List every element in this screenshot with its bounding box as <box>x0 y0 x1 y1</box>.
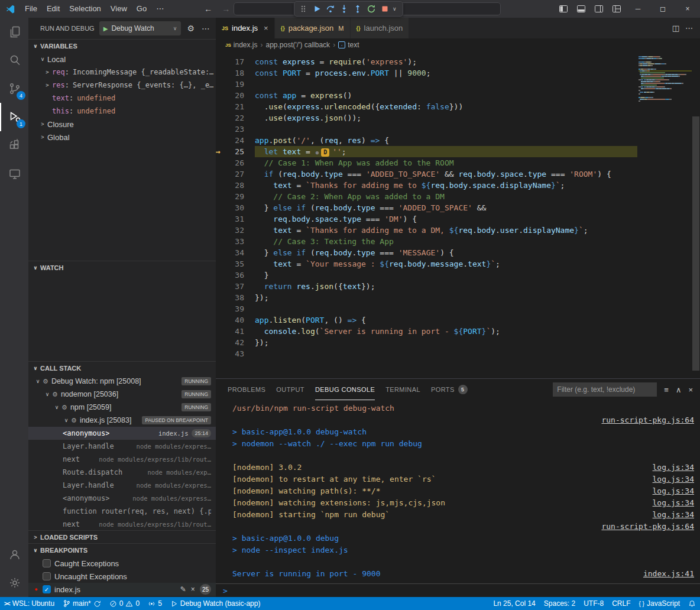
call-stack-header[interactable]: ∨ CALL STACK <box>28 362 216 375</box>
statusbar-eol[interactable]: CRLF <box>608 597 634 610</box>
line-number[interactable]: 39 <box>226 303 244 314</box>
line-number[interactable]: 21 <box>226 101 244 112</box>
source-location-link[interactable]: log.js:34 <box>653 473 694 485</box>
source-location-link[interactable]: log.js:34 <box>653 485 694 497</box>
activity-run-and-debug[interactable]: 1 <box>0 103 28 131</box>
source-location-link[interactable]: log.js:34 <box>653 509 694 521</box>
code-line-31[interactable]: 31 req.body.space.type === 'DM') { <box>216 213 700 225</box>
line-number[interactable]: 43 <box>226 348 244 359</box>
code-line-32[interactable]: 32 text = `Thanks for adding me to a DM,… <box>216 225 700 236</box>
line-number[interactable]: 17 <box>226 56 244 67</box>
console-filter-icon[interactable]: ≡ <box>664 385 669 394</box>
code-line-43[interactable]: 43 <box>216 348 700 359</box>
edit-breakpoint-icon[interactable]: ✎ <box>180 585 186 593</box>
toggle-panel-icon[interactable] <box>572 0 590 18</box>
code-line-30[interactable]: 30 } else if (req.body.type === 'ADDED_T… <box>216 202 700 213</box>
code-line-34[interactable]: 34 } else if (req.body.type === 'MESSAGE… <box>216 247 700 258</box>
code-editor[interactable]: 17const express = require('express');18c… <box>216 51 700 378</box>
line-number[interactable]: 19 <box>226 79 244 90</box>
nav-forward-icon[interactable]: → <box>222 4 230 14</box>
panel-tab-debug-console[interactable]: DEBUG CONSOLE <box>315 379 375 400</box>
source-location-link[interactable]: run-script-pkg.js:64 <box>601 521 694 533</box>
code-line-22[interactable]: 22 .use(express.json()); <box>216 112 700 124</box>
breakpoint-row[interactable]: Caught Exceptions <box>28 557 216 570</box>
tab-index.js[interactable]: JSindex.js× <box>216 18 275 38</box>
breakpoint-row[interactable]: Uncaught Exceptions <box>28 570 216 583</box>
breakpoint-checkbox[interactable] <box>43 572 51 580</box>
panel-maximize-icon[interactable]: ∧ <box>676 385 682 394</box>
statusbar-remote[interactable]: >< WSL: Ubuntu <box>0 597 59 610</box>
breakpoint-checkbox[interactable]: ✓ <box>43 585 51 593</box>
editor-more-actions-icon[interactable]: ⋯ <box>685 24 693 33</box>
code-line-20[interactable]: 20const app = express() <box>216 90 700 101</box>
toggle-sidebar-icon[interactable] <box>555 0 572 18</box>
activity-extensions[interactable] <box>0 131 28 160</box>
source-location-link[interactable]: log.js:34 <box>653 462 694 473</box>
start-debug-icon[interactable]: ▶ <box>103 25 108 32</box>
debug-stop-dropdown-icon[interactable]: ∨ <box>393 6 400 12</box>
window-minimize-button[interactable]: ─ <box>626 0 650 18</box>
variables-scope-local[interactable]: ∨Local <box>28 53 216 66</box>
debug-continue-button[interactable] <box>311 3 323 15</box>
source-location-link[interactable]: log.js:34 <box>653 497 694 509</box>
statusbar-branch[interactable]: main* <box>59 597 105 610</box>
line-number[interactable]: 26 <box>226 157 244 168</box>
statusbar-language[interactable]: { } JavaScript <box>635 597 685 610</box>
line-number[interactable]: 18 <box>226 67 244 79</box>
code-line-41[interactable]: 41 console.log(`Server is running in por… <box>216 326 700 337</box>
line-number[interactable]: 24 <box>226 135 244 146</box>
code-line-37[interactable]: 37 return res.json({text}); <box>216 281 700 292</box>
activity-search[interactable] <box>0 46 28 74</box>
line-number[interactable]: 22 <box>226 112 244 124</box>
line-number[interactable]: 30 <box>226 202 244 213</box>
variable-row[interactable]: >res:ServerResponse {_events: {…}, _ev… <box>28 79 216 92</box>
breadcrumb-item[interactable]: ◦text <box>338 41 359 49</box>
code-line-18[interactable]: 18const PORT = process.env.PORT || 9000; <box>216 67 700 79</box>
code-line-24[interactable]: 24app.post('/', (req, res) => { <box>216 135 700 146</box>
customize-layout-icon[interactable] <box>608 0 626 18</box>
activity-accounts[interactable] <box>0 540 28 569</box>
scrollbar-thumb[interactable] <box>692 116 699 371</box>
panel-tab-output[interactable]: OUTPUT <box>276 379 304 400</box>
debug-session-row[interactable]: ∨⚙npm [25059]RUNNING <box>28 401 216 414</box>
variable-row[interactable]: >req:IncomingMessage {_readableState: … <box>28 66 216 79</box>
editor-scrollbar[interactable] <box>692 51 700 378</box>
statusbar-problems[interactable]: 0 0 <box>105 597 144 610</box>
code-line-38[interactable]: 38}); <box>216 292 700 303</box>
line-number[interactable]: 34 <box>226 247 244 258</box>
code-line-29[interactable]: 29 // Case 2: When App was added to a DM <box>216 191 700 202</box>
debug-restart-button[interactable] <box>365 3 377 15</box>
line-number[interactable]: 35 <box>226 258 244 270</box>
panel-tab-ports[interactable]: PORTS5 <box>431 379 468 400</box>
panel-tab-terminal[interactable]: TERMINAL <box>385 379 420 400</box>
code-line-27[interactable]: 27 if (req.body.type === 'ADDED_TO_SPACE… <box>216 168 700 180</box>
line-number[interactable]: 37 <box>226 281 244 292</box>
line-number[interactable]: 25 <box>226 146 244 157</box>
stack-frame-row[interactable]: nextnode_modules/express/lib/rout… <box>28 453 216 466</box>
variables-scope-global[interactable]: >Global <box>28 131 216 144</box>
minimap[interactable] <box>639 56 692 104</box>
panel-tab-problems[interactable]: PROBLEMS <box>228 379 265 400</box>
statusbar-encoding[interactable]: UTF-8 <box>579 597 608 610</box>
activity-settings[interactable] <box>0 569 28 597</box>
statusbar-line-col[interactable]: Ln 25, Col 14 <box>489 597 539 610</box>
menu-go[interactable]: Go <box>132 0 151 18</box>
debug-step-over-button[interactable] <box>325 3 336 15</box>
stack-frame-row[interactable]: <anonymous>index.js25:14 <box>28 427 216 440</box>
code-line-42[interactable]: 42}); <box>216 337 700 348</box>
debug-console-output[interactable]: /usr/bin/npm run-script debug-watchrun-s… <box>216 400 700 583</box>
debug-session-row[interactable]: ∨⚙index.js [25083]PAUSED ON BREAKPOINT <box>28 414 216 427</box>
line-number[interactable]: 32 <box>226 225 244 236</box>
panel-close-icon[interactable]: × <box>688 385 693 394</box>
statusbar-ports[interactable]: 5 <box>144 597 166 610</box>
statusbar-notifications[interactable] <box>684 597 700 610</box>
debug-configuration-dropdown[interactable]: ▶ Debug Watch ∨ <box>99 21 182 35</box>
variable-row[interactable]: text:undefined <box>28 92 216 105</box>
stack-frame-row[interactable]: <anonymous>node_modules/express… <box>28 492 216 505</box>
variable-row[interactable]: this:undefined <box>28 105 216 118</box>
loaded-scripts-header[interactable]: > LOADED SCRIPTS <box>28 531 216 543</box>
debug-console-input[interactable]: > <box>216 583 700 598</box>
code-line-21[interactable]: 21 .use(express.urlencoded({extended: fa… <box>216 101 700 112</box>
debug-settings-gear-icon[interactable]: ⚙ <box>186 24 196 33</box>
activity-source-control[interactable]: 4 <box>0 74 28 103</box>
